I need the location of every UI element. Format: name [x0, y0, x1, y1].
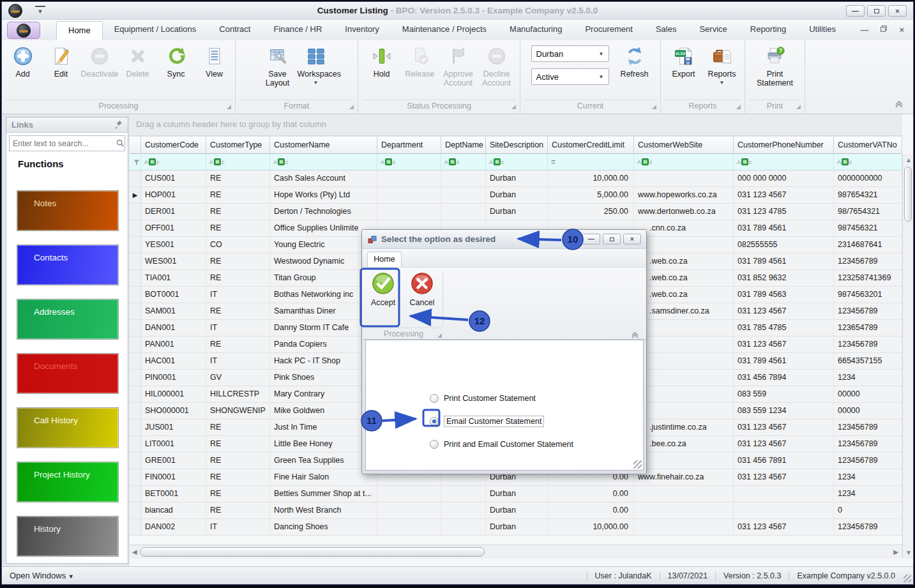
export-button[interactable]: XLSXExport [665, 43, 703, 80]
dialog-launcher-icon[interactable] [227, 105, 231, 109]
mdi-minimize-icon[interactable]: — [860, 26, 868, 34]
filter-cell-customername[interactable]: ABc [270, 154, 377, 170]
column-header-customertype[interactable]: CustomerType [206, 136, 270, 154]
function-button-history[interactable]: History [17, 516, 119, 557]
tab-procurement[interactable]: Procurement [573, 20, 644, 40]
filter-cell-customerphonenumber[interactable]: ABc [734, 154, 834, 170]
tab-reporting[interactable]: Reporting [739, 20, 798, 40]
radio-option-print-and-email-customer-statement[interactable]: Print and Email Customer Statement [430, 437, 573, 451]
dialog-launcher-icon[interactable] [511, 105, 516, 109]
filter-cell-customercode[interactable]: ABc [141, 154, 206, 170]
scroll-down-icon[interactable]: ▼ [905, 549, 912, 556]
dialog-launcher-icon[interactable] [437, 333, 442, 338]
group-by-panel[interactable]: Drag a column header here to group by th… [130, 114, 902, 136]
status-filter-combo[interactable]: Active▼ [531, 68, 609, 85]
abc-filter-icon[interactable]: ABc [209, 158, 225, 165]
column-header-deptname[interactable]: DeptName [441, 136, 486, 154]
maximize-button[interactable] [867, 5, 886, 17]
function-button-documents[interactable]: Documents [17, 353, 119, 394]
filter-cell-customertype[interactable]: ABc [206, 154, 270, 170]
horizontal-scrollbar[interactable]: ◀ ▶ [130, 545, 902, 559]
abc-filter-icon[interactable]: ABc [737, 158, 752, 165]
dialog-launcher-icon[interactable] [736, 105, 741, 109]
abc-filter-icon[interactable]: ABc [444, 158, 460, 165]
site-filter-combo[interactable]: Durban▼ [531, 45, 609, 62]
equals-filter-icon[interactable]: = [551, 158, 556, 167]
table-row-der001[interactable]: DER001REDerton / TechnologiesDurban250.0… [130, 204, 902, 220]
dialog-tab-home[interactable]: Home [367, 252, 402, 267]
edit-button[interactable]: Edit [42, 43, 80, 80]
open-windows-button[interactable]: Open Windows ▼ [10, 567, 74, 585]
scroll-up-icon[interactable]: ▲ [905, 156, 912, 163]
column-header-customerwebsite[interactable]: CustomerWebSite [634, 136, 734, 154]
dialog-launcher-icon[interactable] [349, 105, 354, 109]
dialog-close-button[interactable]: × [623, 234, 641, 245]
column-header-customername[interactable]: CustomerName [270, 136, 377, 154]
abc-filter-icon[interactable]: ABc [273, 158, 289, 165]
dialog-resize-grip[interactable] [633, 460, 642, 469]
radio-button[interactable] [430, 440, 439, 449]
function-button-call-history[interactable]: Call History [17, 407, 119, 448]
scroll-right-icon[interactable]: ▶ [893, 548, 898, 555]
search-input[interactable] [10, 139, 116, 148]
cancel-button[interactable]: Cancel [404, 271, 440, 326]
scroll-left-icon[interactable]: ◀ [132, 548, 137, 555]
filter-cell-department[interactable]: ABc [377, 154, 441, 170]
app-menu-button[interactable] [7, 22, 40, 39]
reports-button[interactable]: Reports▼ [703, 43, 741, 87]
column-header-customerphonenumber[interactable]: CustomerPhoneNumber [734, 136, 834, 154]
tab-finance-hr[interactable]: Finance / HR [262, 20, 333, 40]
abc-filter-icon[interactable]: ABc [144, 158, 160, 165]
radio-option-email-customer-statement[interactable]: Email Customer Statement [430, 414, 544, 428]
refresh-button[interactable]: Refresh [616, 43, 654, 80]
table-row-dan002[interactable]: DAN002ITDancing ShoesDurban10,000.00031 … [130, 519, 902, 536]
tab-equipment-locations[interactable]: Equipment / Locations [103, 20, 208, 40]
print-statement-button[interactable]: ?Print Statement [756, 43, 794, 89]
view-button[interactable]: View [195, 43, 234, 80]
table-row-bet0001[interactable]: BET0001REBetties Summer Shop at t...Durb… [130, 486, 902, 502]
function-button-contacts[interactable]: Contacts [17, 245, 119, 285]
abc-filter-icon[interactable]: ABc [381, 158, 396, 165]
filter-cell-sitedescription[interactable]: ABc [486, 154, 548, 170]
column-header-sitedescription[interactable]: SiteDescription [486, 136, 548, 154]
dialog-minimize-button[interactable]: — [582, 234, 600, 245]
horizontal-scroll-thumb[interactable] [140, 547, 485, 557]
abc-filter-icon[interactable]: ABc [637, 158, 653, 165]
tab-inventory[interactable]: Inventory [333, 20, 390, 40]
column-header-customercode[interactable]: CustomerCode [141, 136, 206, 154]
search-icon[interactable] [116, 139, 125, 149]
filter-cell-customercreditlimit[interactable]: = [548, 154, 634, 170]
dialog-title-bar[interactable]: Select the option as desired — × [362, 230, 646, 249]
radio-button[interactable] [430, 417, 439, 426]
tab-contract[interactable]: Contract [208, 20, 262, 40]
filter-cell-customerwebsite[interactable]: ABc [634, 154, 734, 170]
accept-button[interactable]: Accept [365, 271, 401, 326]
filter-cell-customervatno[interactable]: ABc [834, 154, 902, 170]
column-header-department[interactable]: Department [377, 136, 441, 154]
sync-button[interactable]: Sync [157, 43, 195, 80]
tab-service[interactable]: Service [688, 20, 738, 40]
filter-cell-deptname[interactable]: ABc [441, 154, 486, 170]
function-button-project-history[interactable]: Project History [17, 462, 119, 502]
tab-maintenance-projects[interactable]: Maintenance / Projects [391, 20, 498, 40]
save-layout-button[interactable]: Save Layout [259, 43, 297, 89]
minimize-button[interactable]: — [846, 5, 865, 17]
pin-icon[interactable] [114, 120, 124, 130]
hold-button[interactable]: Hold [363, 43, 401, 80]
table-row-hop001[interactable]: ▶HOP001REHope Works (Pty) LtdDurban5,000… [130, 187, 902, 204]
table-row-cus001[interactable]: CUS001RECash Sales AccountDurban10,000.0… [130, 170, 902, 187]
tab-home[interactable]: Home [56, 21, 103, 40]
radio-button[interactable] [430, 394, 439, 403]
tab-sales[interactable]: Sales [644, 20, 688, 40]
abc-filter-icon[interactable]: ABc [489, 158, 504, 165]
function-button-notes[interactable]: Notes [17, 190, 119, 231]
tab-manufacturing[interactable]: Manufacturing [498, 20, 573, 40]
add-button[interactable]: Add [4, 43, 42, 80]
workspaces-button[interactable]: Workspaces▼ [297, 43, 335, 87]
mdi-close-icon[interactable]: × [899, 26, 904, 34]
dialog-maximize-button[interactable] [603, 234, 621, 245]
vertical-scrollbar[interactable]: ▲ ▼ [902, 154, 913, 559]
dialog-launcher-icon[interactable] [796, 105, 801, 109]
radio-option-print-customer-statement[interactable]: Print Customer Statement [430, 391, 536, 405]
tab-utilities[interactable]: Utilities [798, 20, 847, 40]
